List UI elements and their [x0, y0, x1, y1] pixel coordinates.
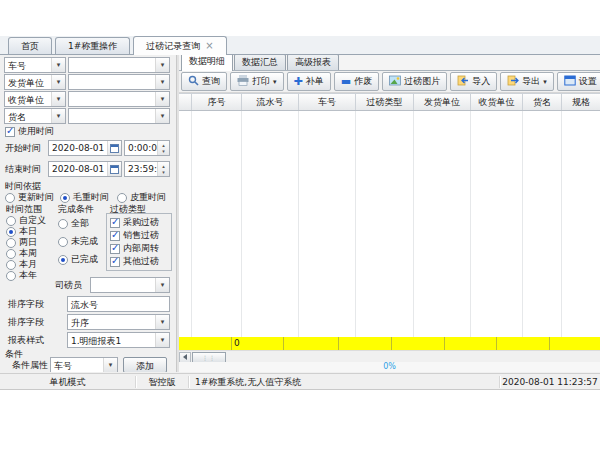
radio-finish-unfinished[interactable]: 未完成: [58, 236, 98, 247]
column-header-sender[interactable]: 发货单位: [414, 94, 471, 110]
chevron-down-icon: ▾: [155, 109, 169, 123]
tab-data-summary[interactable]: 数据汇总: [234, 55, 286, 70]
end-date-picker[interactable]: 2020-08-01: [48, 161, 122, 177]
condition-attr-label: 条件属性: [12, 357, 48, 372]
printer-icon: [237, 75, 249, 88]
radio-label: 已完成: [71, 253, 98, 266]
use-time-checkbox[interactable]: 使用时间: [5, 126, 54, 137]
sort-field-input[interactable]: 流水号: [67, 296, 170, 312]
filter-value-select-receiver[interactable]: ▾: [68, 91, 170, 107]
sort-order-select[interactable]: 升序 ▾: [67, 314, 170, 330]
start-time-spinner[interactable]: 0:00:00 ▴▾: [124, 140, 170, 156]
query-button[interactable]: 查询: [181, 72, 227, 91]
radio-finish-finished[interactable]: 已完成: [58, 254, 98, 265]
import-button[interactable]: 导入: [450, 72, 497, 91]
weigher-label: 司磅员: [55, 277, 82, 292]
chevron-down-icon: ▾: [51, 75, 65, 89]
chevron-down-icon: ▾: [155, 278, 169, 292]
screen: 首页 1#称重操作 过磅记录查询 × 车号 ▾ ▾: [0, 0, 600, 450]
spinner-updown-icon[interactable]: ▴▾: [157, 141, 169, 155]
tab-home[interactable]: 首页: [8, 37, 52, 54]
void-button-label: 作废: [354, 75, 372, 88]
radio-icon: [5, 193, 15, 203]
checkbox-sale-weigh[interactable]: 销售过磅: [110, 230, 159, 241]
column-header-seq[interactable]: 序号: [192, 94, 242, 110]
export-button-label: 导出: [522, 75, 540, 88]
summary-cell: [392, 337, 445, 350]
chevron-down-icon: ▾: [155, 315, 169, 329]
spinner-updown-icon[interactable]: ▴▾: [157, 162, 169, 176]
grid-body-empty[interactable]: [179, 111, 600, 338]
tab-home-label: 首页: [21, 40, 39, 53]
scrollbar-thumb[interactable]: ⋮⋮: [192, 352, 226, 363]
chevron-down-icon: ▾: [51, 58, 65, 72]
checkbox-purchase-weigh[interactable]: 采购过磅: [110, 217, 159, 228]
minus-icon: ▬: [341, 77, 351, 86]
radio-icon: [6, 260, 16, 270]
supplement-button[interactable]: ✚ 补单: [287, 72, 331, 91]
radio-gross-time[interactable]: 毛重时间: [60, 192, 109, 203]
condition-attr-select[interactable]: 车号 ▾: [50, 357, 118, 372]
void-button[interactable]: ▬ 作废: [334, 72, 379, 91]
tab-data-detail[interactable]: 数据明细: [181, 55, 233, 71]
chevron-down-icon: ▾: [273, 78, 277, 86]
filter-field-select-sender[interactable]: 发货单位 ▾: [4, 74, 66, 90]
end-time-spinner[interactable]: 23:59:59 ▴▾: [124, 161, 170, 177]
start-date-picker[interactable]: 2020-08-01: [48, 140, 122, 156]
settings-button[interactable]: 设置: [557, 72, 600, 91]
filter-row-carno: 车号 ▾ ▾: [0, 57, 176, 74]
start-time-label: 开始时间: [5, 140, 41, 155]
filter-value-select-sender[interactable]: ▾: [68, 74, 170, 90]
calendar-icon: [107, 141, 121, 155]
checkbox-icon: [5, 127, 15, 137]
report-style-select[interactable]: 1.明细报表1 ▾: [67, 332, 170, 348]
summary-cell: [550, 337, 600, 350]
filter-value-select-carno[interactable]: ▾: [68, 57, 170, 73]
filter-field-select-carno[interactable]: 车号 ▾: [4, 57, 66, 73]
close-icon[interactable]: ×: [205, 42, 213, 50]
export-button[interactable]: 导出 ▾: [500, 72, 554, 91]
column-header-carno[interactable]: 车号: [299, 94, 356, 110]
use-time-label: 使用时间: [18, 125, 54, 138]
weigh-image-button-label: 过磅图片: [404, 75, 440, 88]
tab-advanced-report[interactable]: 高级报表: [287, 55, 339, 70]
radio-update-time[interactable]: 更新时间: [5, 192, 54, 203]
tab-weigh-record-query[interactable]: 过磅记录查询 ×: [133, 36, 226, 55]
weigher-select[interactable]: ▾: [90, 277, 170, 293]
print-button[interactable]: 打印 ▾: [230, 72, 284, 91]
sort-field-label: 排序字段: [8, 296, 44, 311]
add-condition-button[interactable]: 添加: [123, 357, 167, 372]
supplement-button-label: 补单: [306, 75, 324, 88]
sort-field-row: 排序字段 流水号: [0, 296, 176, 313]
report-style-row: 报表样式 1.明细报表1 ▾: [0, 332, 176, 349]
chevron-down-icon: ▾: [51, 92, 65, 106]
import-icon: [457, 75, 469, 88]
filter-field-select-receiver[interactable]: 收货单位 ▾: [4, 91, 66, 107]
combo-text: [91, 278, 155, 292]
column-header-weightype[interactable]: 过磅类型: [356, 94, 414, 110]
progress-strip: 0%: [179, 362, 600, 372]
column-header-receiver[interactable]: 收货单位: [471, 94, 523, 110]
column-header-spec[interactable]: 规格: [562, 94, 600, 110]
filter-row-receiver: 收货单位 ▾ ▾: [0, 91, 176, 108]
radio-tare-time[interactable]: 皮重时间: [117, 192, 166, 203]
tab-weigh-operation[interactable]: 1#称重操作: [55, 37, 130, 54]
filter-value-select-goods[interactable]: ▾: [68, 108, 170, 124]
query-button-label: 查询: [202, 75, 220, 88]
radio-finish-all[interactable]: 全部: [58, 218, 89, 229]
chevron-down-icon: ▾: [155, 75, 169, 89]
checkbox-internal-transfer[interactable]: 内部周转: [110, 243, 159, 254]
combo-text: 2020-08-01: [49, 141, 107, 155]
tab-data-detail-label: 数据明细: [189, 56, 225, 66]
combo-text: 0:00:00: [125, 141, 157, 155]
checkbox-other-weigh[interactable]: 其他过磅: [110, 256, 159, 267]
scroll-left-button[interactable]: [179, 352, 191, 363]
filter-field-select-goods[interactable]: 货名 ▾: [4, 108, 66, 124]
summary-count-cell: 0: [232, 337, 284, 350]
column-header-serial[interactable]: 流水号: [242, 94, 299, 110]
weigh-image-button[interactable]: 过磅图片: [382, 72, 447, 91]
import-button-label: 导入: [472, 75, 490, 88]
radio-label: 全部: [71, 217, 89, 230]
chevron-down-icon: ▾: [51, 109, 65, 123]
column-header-goods[interactable]: 货名: [523, 94, 562, 110]
